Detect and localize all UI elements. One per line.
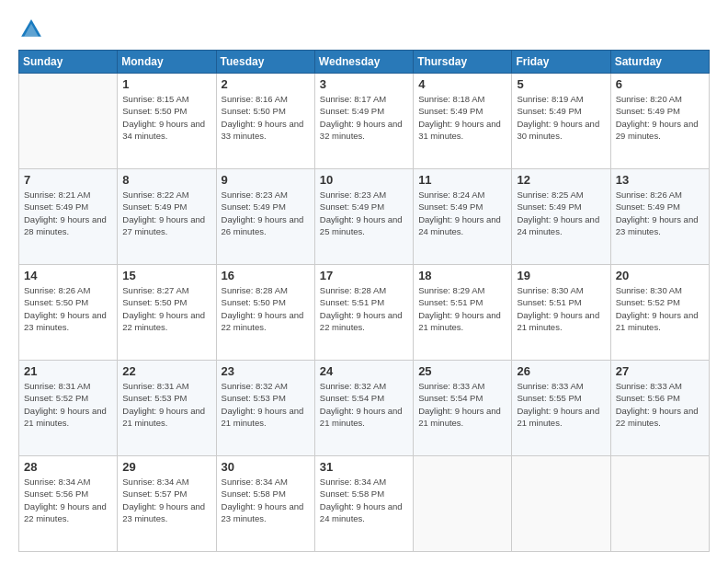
calendar-cell: 15Sunrise: 8:27 AMSunset: 5:50 PMDayligh…: [118, 265, 216, 361]
cell-info: Sunrise: 8:28 AMSunset: 5:50 PMDaylight:…: [222, 284, 310, 333]
day-number: 5: [517, 77, 605, 91]
cell-info: Sunrise: 8:32 AMSunset: 5:53 PMDaylight:…: [222, 380, 310, 429]
header-day-sunday: Sunday: [19, 51, 118, 74]
calendar-week-row: 21Sunrise: 8:31 AMSunset: 5:52 PMDayligh…: [19, 361, 710, 456]
cell-info: Sunrise: 8:23 AMSunset: 5:49 PMDaylight:…: [222, 189, 310, 237]
cell-info: Sunrise: 8:33 AMSunset: 5:56 PMDaylight:…: [616, 380, 704, 429]
day-number: 24: [320, 364, 408, 378]
day-number: 31: [320, 460, 408, 474]
day-number: 30: [222, 460, 310, 474]
header-day-wednesday: Wednesday: [314, 51, 413, 74]
calendar-cell: [610, 456, 709, 552]
calendar-week-row: 1Sunrise: 8:15 AMSunset: 5:50 PMDaylight…: [19, 74, 710, 169]
calendar-cell: 7Sunrise: 8:21 AMSunset: 5:49 PMDaylight…: [19, 169, 118, 265]
calendar-week-row: 7Sunrise: 8:21 AMSunset: 5:49 PMDaylight…: [19, 169, 710, 265]
header-day-monday: Monday: [118, 51, 216, 74]
calendar-cell: [414, 456, 512, 552]
calendar-cell: 22Sunrise: 8:31 AMSunset: 5:53 PMDayligh…: [118, 361, 216, 456]
cell-info: Sunrise: 8:20 AMSunset: 5:49 PMDaylight:…: [616, 93, 704, 142]
calendar-cell: 29Sunrise: 8:34 AMSunset: 5:57 PMDayligh…: [118, 456, 216, 552]
calendar-cell: 8Sunrise: 8:22 AMSunset: 5:49 PMDaylight…: [118, 169, 216, 265]
calendar-cell: 30Sunrise: 8:34 AMSunset: 5:58 PMDayligh…: [216, 456, 314, 552]
calendar-table: SundayMondayTuesdayWednesdayThursdayFrid…: [18, 50, 710, 552]
cell-info: Sunrise: 8:31 AMSunset: 5:53 PMDaylight:…: [122, 380, 210, 429]
calendar-cell: 1Sunrise: 8:15 AMSunset: 5:50 PMDaylight…: [118, 74, 216, 169]
day-number: 18: [418, 269, 506, 282]
cell-info: Sunrise: 8:29 AMSunset: 5:51 PMDaylight:…: [418, 284, 506, 333]
header-day-tuesday: Tuesday: [216, 51, 314, 74]
day-number: 21: [24, 364, 112, 378]
day-number: 12: [517, 173, 605, 187]
cell-info: Sunrise: 8:19 AMSunset: 5:49 PMDaylight:…: [517, 93, 605, 142]
cell-info: Sunrise: 8:34 AMSunset: 5:56 PMDaylight:…: [24, 476, 112, 524]
day-number: 19: [517, 269, 605, 282]
cell-info: Sunrise: 8:27 AMSunset: 5:50 PMDaylight:…: [122, 284, 210, 333]
day-number: 26: [517, 364, 605, 378]
cell-info: Sunrise: 8:34 AMSunset: 5:58 PMDaylight:…: [222, 476, 310, 524]
day-number: 7: [24, 173, 112, 187]
cell-info: Sunrise: 8:22 AMSunset: 5:49 PMDaylight:…: [122, 189, 210, 237]
cell-info: Sunrise: 8:30 AMSunset: 5:51 PMDaylight:…: [517, 284, 605, 333]
cell-info: Sunrise: 8:26 AMSunset: 5:49 PMDaylight:…: [616, 189, 704, 237]
cell-info: Sunrise: 8:24 AMSunset: 5:49 PMDaylight:…: [418, 189, 506, 237]
day-number: 9: [222, 173, 310, 187]
calendar-cell: 21Sunrise: 8:31 AMSunset: 5:52 PMDayligh…: [19, 361, 118, 456]
calendar-cell: 24Sunrise: 8:32 AMSunset: 5:54 PMDayligh…: [314, 361, 413, 456]
logo: [18, 17, 50, 42]
cell-info: Sunrise: 8:25 AMSunset: 5:49 PMDaylight:…: [517, 189, 605, 237]
cell-info: Sunrise: 8:18 AMSunset: 5:49 PMDaylight:…: [418, 93, 506, 142]
calendar-cell: 5Sunrise: 8:19 AMSunset: 5:49 PMDaylight…: [512, 74, 610, 169]
calendar-cell: 3Sunrise: 8:17 AMSunset: 5:49 PMDaylight…: [314, 74, 413, 169]
logo-icon: [18, 17, 44, 42]
header-day-thursday: Thursday: [414, 51, 512, 74]
day-number: 1: [122, 77, 210, 91]
day-number: 8: [122, 173, 210, 187]
calendar-cell: 12Sunrise: 8:25 AMSunset: 5:49 PMDayligh…: [512, 169, 610, 265]
calendar-week-row: 14Sunrise: 8:26 AMSunset: 5:50 PMDayligh…: [19, 265, 710, 361]
calendar-cell: 16Sunrise: 8:28 AMSunset: 5:50 PMDayligh…: [216, 265, 314, 361]
calendar-cell: 26Sunrise: 8:33 AMSunset: 5:55 PMDayligh…: [512, 361, 610, 456]
calendar-cell: [512, 456, 610, 552]
calendar-cell: [19, 74, 118, 169]
cell-info: Sunrise: 8:30 AMSunset: 5:52 PMDaylight:…: [616, 284, 704, 333]
calendar-cell: 18Sunrise: 8:29 AMSunset: 5:51 PMDayligh…: [414, 265, 512, 361]
calendar-cell: 23Sunrise: 8:32 AMSunset: 5:53 PMDayligh…: [216, 361, 314, 456]
calendar-cell: 31Sunrise: 8:34 AMSunset: 5:58 PMDayligh…: [314, 456, 413, 552]
calendar-cell: 13Sunrise: 8:26 AMSunset: 5:49 PMDayligh…: [610, 169, 709, 265]
day-number: 2: [222, 77, 310, 91]
day-number: 28: [24, 460, 112, 474]
cell-info: Sunrise: 8:31 AMSunset: 5:52 PMDaylight:…: [24, 380, 112, 429]
calendar-cell: 20Sunrise: 8:30 AMSunset: 5:52 PMDayligh…: [610, 265, 709, 361]
calendar-cell: 25Sunrise: 8:33 AMSunset: 5:54 PMDayligh…: [414, 361, 512, 456]
calendar-cell: 27Sunrise: 8:33 AMSunset: 5:56 PMDayligh…: [610, 361, 709, 456]
calendar-week-row: 28Sunrise: 8:34 AMSunset: 5:56 PMDayligh…: [19, 456, 710, 552]
day-number: 4: [418, 77, 506, 91]
day-number: 25: [418, 364, 506, 378]
page: SundayMondayTuesdayWednesdayThursdayFrid…: [0, 0, 728, 563]
cell-info: Sunrise: 8:28 AMSunset: 5:51 PMDaylight:…: [320, 284, 408, 333]
header-day-saturday: Saturday: [610, 51, 709, 74]
day-number: 22: [122, 364, 210, 378]
day-number: 20: [616, 269, 704, 282]
calendar-cell: 10Sunrise: 8:23 AMSunset: 5:49 PMDayligh…: [314, 169, 413, 265]
day-number: 15: [122, 269, 210, 282]
calendar-cell: 17Sunrise: 8:28 AMSunset: 5:51 PMDayligh…: [314, 265, 413, 361]
cell-info: Sunrise: 8:21 AMSunset: 5:49 PMDaylight:…: [24, 189, 112, 237]
calendar-cell: 2Sunrise: 8:16 AMSunset: 5:50 PMDaylight…: [216, 74, 314, 169]
cell-info: Sunrise: 8:34 AMSunset: 5:58 PMDaylight:…: [320, 476, 408, 524]
calendar-cell: 19Sunrise: 8:30 AMSunset: 5:51 PMDayligh…: [512, 265, 610, 361]
day-number: 27: [616, 364, 704, 378]
calendar-cell: 14Sunrise: 8:26 AMSunset: 5:50 PMDayligh…: [19, 265, 118, 361]
day-number: 6: [616, 77, 704, 91]
cell-info: Sunrise: 8:26 AMSunset: 5:50 PMDaylight:…: [24, 284, 112, 333]
calendar-cell: 6Sunrise: 8:20 AMSunset: 5:49 PMDaylight…: [610, 74, 709, 169]
day-number: 11: [418, 173, 506, 187]
day-number: 23: [222, 364, 310, 378]
cell-info: Sunrise: 8:17 AMSunset: 5:49 PMDaylight:…: [320, 93, 408, 142]
cell-info: Sunrise: 8:16 AMSunset: 5:50 PMDaylight:…: [222, 93, 310, 142]
day-number: 10: [320, 173, 408, 187]
day-number: 29: [122, 460, 210, 474]
cell-info: Sunrise: 8:23 AMSunset: 5:49 PMDaylight:…: [320, 189, 408, 237]
cell-info: Sunrise: 8:32 AMSunset: 5:54 PMDaylight:…: [320, 380, 408, 429]
calendar-cell: 11Sunrise: 8:24 AMSunset: 5:49 PMDayligh…: [414, 169, 512, 265]
